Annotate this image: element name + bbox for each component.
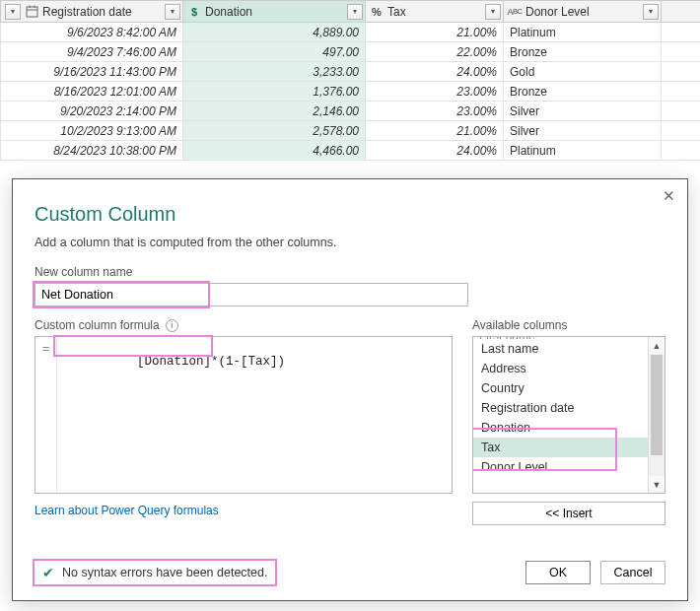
cell-donor-level[interactable]: Gold: [504, 62, 662, 82]
list-item[interactable]: Donation: [473, 418, 665, 438]
column-header-tax[interactable]: % Tax ▾: [366, 1, 504, 23]
cell-registration[interactable]: 8/24/2023 10:38:00 PM: [1, 141, 183, 161]
column-label: Tax: [387, 5, 481, 19]
column-label: Registration date: [42, 5, 161, 19]
scrollbar[interactable]: ▲ ▼: [648, 337, 665, 493]
dialog-subtitle: Add a column that is computed from the o…: [35, 236, 665, 249]
equals-prefix: =: [35, 337, 57, 493]
prev-col-dropdown[interactable]: ▾: [5, 4, 21, 20]
close-button[interactable]: ✕: [660, 187, 677, 205]
cell-extra: [662, 102, 701, 121]
cell-donor-level[interactable]: Platinum: [504, 141, 662, 161]
list-item[interactable]: Tax: [473, 438, 665, 457]
dollar-icon: $: [187, 5, 201, 19]
info-icon[interactable]: i: [166, 319, 178, 332]
column-header-donor-level[interactable]: ABC Donor Level ▾: [504, 1, 662, 23]
cell-donation[interactable]: 4,466.00: [183, 141, 366, 161]
cell-extra: [662, 42, 701, 62]
column-dropdown[interactable]: ▾: [347, 4, 363, 20]
list-item[interactable]: Country: [473, 378, 665, 398]
cell-donor-level[interactable]: Bronze: [504, 42, 662, 62]
cell-donation[interactable]: 497.00: [183, 42, 366, 62]
cell-tax[interactable]: 21.00%: [366, 23, 504, 42]
cell-registration[interactable]: 8/16/2023 12:01:00 AM: [1, 82, 183, 102]
scroll-thumb[interactable]: [651, 355, 663, 455]
cell-registration[interactable]: 9/4/2023 7:46:00 AM: [1, 42, 183, 62]
table-row[interactable]: 8/16/2023 12:01:00 AM1,376.0023.00%Bronz…: [1, 82, 701, 102]
new-column-name-input[interactable]: [35, 283, 468, 306]
insert-button[interactable]: << Insert: [472, 502, 665, 525]
cell-donation[interactable]: 2,146.00: [183, 102, 366, 121]
cell-registration[interactable]: 10/2/2023 9:13:00 AM: [1, 121, 183, 141]
cell-extra: [662, 23, 701, 42]
cell-donation[interactable]: 3,233.00: [183, 62, 366, 82]
cell-extra: [662, 121, 701, 141]
scroll-up-icon[interactable]: ▲: [649, 337, 665, 354]
column-dropdown[interactable]: ▾: [485, 4, 501, 20]
cell-registration[interactable]: 9/20/2023 2:14:00 PM: [1, 102, 183, 121]
cell-donor-level[interactable]: Bronze: [504, 82, 662, 102]
highlight-box: [53, 335, 213, 357]
ok-button[interactable]: OK: [525, 561, 591, 584]
check-icon: ✔: [42, 565, 54, 580]
formula-label: Custom column formula i: [35, 318, 453, 332]
column-label: Donor Level: [525, 5, 639, 19]
text-type-icon: ABC: [508, 5, 522, 19]
column-header-donation[interactable]: $ Donation ▾: [183, 1, 366, 23]
table-row[interactable]: 9/20/2023 2:14:00 PM2,146.0023.00%Silver: [1, 102, 701, 121]
cell-extra: [662, 141, 701, 161]
percent-icon: %: [370, 5, 384, 19]
table-row[interactable]: 8/24/2023 10:38:00 PM4,466.0024.00%Plati…: [1, 141, 701, 161]
cell-extra: [662, 82, 701, 102]
status-text: No syntax errors have been detected.: [62, 566, 267, 579]
calendar-icon: [25, 5, 38, 19]
cancel-button[interactable]: Cancel: [600, 561, 665, 584]
custom-column-dialog: ✕ Custom Column Add a column that is com…: [12, 178, 688, 601]
available-columns-label: Available columns: [472, 318, 665, 332]
column-header-extra[interactable]: [662, 1, 701, 23]
table-row[interactable]: 10/2/2023 9:13:00 AM2,578.0021.00%Silver: [1, 121, 701, 141]
list-item[interactable]: Donor Level: [473, 457, 665, 477]
table-row[interactable]: 9/4/2023 7:46:00 AM497.0022.00%Bronze: [1, 42, 701, 62]
scroll-down-icon[interactable]: ▼: [649, 476, 665, 493]
cell-registration[interactable]: 9/16/2023 11:43:00 PM: [1, 62, 183, 82]
column-dropdown[interactable]: ▾: [643, 4, 659, 20]
table-row[interactable]: 9/16/2023 11:43:00 PM3,233.0024.00%Gold: [1, 62, 701, 82]
dialog-title: Custom Column: [35, 203, 665, 226]
formula-editor[interactable]: = [Donation]*(1-[Tax]): [35, 336, 453, 494]
list-item[interactable]: Last name: [473, 339, 665, 359]
cell-extra: [662, 62, 701, 82]
cell-donation[interactable]: 4,889.00: [183, 23, 366, 42]
column-header-registration[interactable]: ▾ Registration date ▾: [1, 1, 183, 23]
cell-donation[interactable]: 1,376.00: [183, 82, 366, 102]
list-item[interactable]: Registration date: [473, 398, 665, 418]
cell-tax[interactable]: 24.00%: [366, 62, 504, 82]
cell-tax[interactable]: 23.00%: [366, 102, 504, 121]
cell-donor-level[interactable]: Silver: [504, 121, 662, 141]
list-item[interactable]: Address: [473, 359, 665, 378]
cell-registration[interactable]: 9/6/2023 8:42:00 AM: [1, 23, 183, 42]
syntax-status: ✔ No syntax errors have been detected.: [35, 561, 275, 584]
learn-link[interactable]: Learn about Power Query formulas: [35, 504, 219, 517]
cell-donation[interactable]: 2,578.00: [183, 121, 366, 141]
table-row[interactable]: 9/6/2023 8:42:00 AM4,889.0021.00%Platinu…: [1, 23, 701, 42]
data-grid: ▾ Registration date ▾ $ Donation ▾: [0, 0, 700, 161]
svg-rect-0: [27, 7, 37, 17]
cell-tax[interactable]: 24.00%: [366, 141, 504, 161]
formula-text: [Donation]*(1-[Tax]): [137, 355, 285, 369]
cell-tax[interactable]: 21.00%: [366, 121, 504, 141]
cell-tax[interactable]: 22.00%: [366, 42, 504, 62]
available-columns-list[interactable]: First name Last nameAddressCountryRegist…: [472, 336, 665, 494]
cell-donor-level[interactable]: Platinum: [504, 23, 662, 42]
column-dropdown[interactable]: ▾: [165, 4, 180, 20]
cell-tax[interactable]: 23.00%: [366, 82, 504, 102]
new-column-name-label: New column name: [35, 265, 665, 279]
cell-donor-level[interactable]: Silver: [504, 102, 662, 121]
column-label: Donation: [205, 5, 343, 19]
